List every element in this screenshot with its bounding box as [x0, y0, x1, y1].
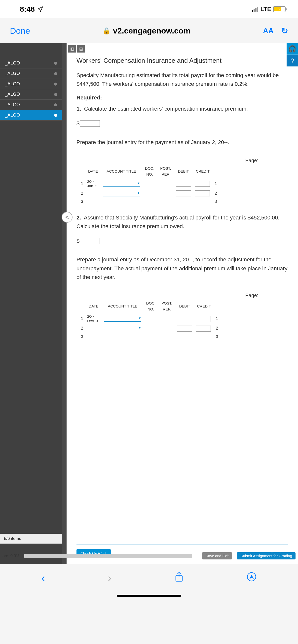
debit-input[interactable] [177, 326, 192, 332]
acct-title-input[interactable] [104, 326, 141, 331]
th-credit: CREDIT [194, 299, 214, 313]
status-dot-icon [54, 62, 57, 65]
th-postref: POST. REF. [159, 299, 175, 313]
debit-input[interactable] [176, 190, 191, 196]
acct-title-input[interactable] [103, 181, 140, 187]
prep2-text: Prepare a journal entry as of December 3… [76, 255, 288, 282]
dollar-label: $ [76, 119, 79, 128]
sidebar: _ALGO _ALGO _ALGO _ALGO _ALGO _ALGO [0, 43, 62, 564]
browser-bar: Done 🔒 v2.cengagenow.com AA ↻ [0, 18, 298, 43]
safari-toolbar: ‹ › [0, 564, 298, 590]
support-button[interactable]: 🎧 [286, 43, 298, 54]
chevron-down-icon[interactable]: ▼ [137, 191, 140, 196]
url-display[interactable]: 🔒 v2.cengagenow.com [38, 26, 255, 36]
network-label: LTE [260, 6, 271, 13]
debit-input[interactable] [177, 316, 192, 322]
q2-text: 2. Assume that Specialty Manufacturing's… [76, 213, 288, 230]
sidebar-label: _ALGO [5, 102, 20, 107]
score-track [24, 554, 192, 558]
chevron-down-icon[interactable]: ▼ [137, 181, 140, 186]
journal-table-2: Page: DATE ACCOUNT TITLE DOC. NO. POST. … [76, 291, 288, 341]
signal-icon [252, 7, 258, 12]
intro-text: Specialty Manufacturing estimated that i… [76, 71, 288, 88]
score-bar: ore: 0.0% Save and Exit Submit Assignmen… [0, 548, 298, 564]
acct-title-input[interactable] [104, 316, 141, 322]
sidebar-label: _ALGO [5, 71, 20, 76]
tool-button-2[interactable]: ▤ [77, 45, 85, 52]
status-dot-icon [54, 72, 57, 75]
save-exit-button[interactable]: Save and Exit [202, 552, 232, 560]
url-text: v2.cengagenow.com [113, 26, 191, 36]
journal-row: 2 ▼ 2 [79, 189, 219, 198]
th-date: DATE [85, 299, 102, 313]
sidebar-item-5[interactable]: _ALGO [0, 110, 62, 120]
app-area: _ALGO _ALGO _ALGO _ALGO _ALGO _ALGO ◧ ▤ … [0, 43, 298, 564]
journal-row: 2 ▼ 2 [79, 324, 220, 332]
status-dot-icon [54, 93, 57, 96]
submit-button[interactable]: Submit Assignment for Grading [237, 552, 295, 560]
q2-answer: $ [76, 236, 288, 245]
status-dot-icon [54, 104, 57, 106]
th-credit: CREDIT [193, 164, 213, 178]
sidebar-item-4[interactable]: _ALGO [0, 100, 62, 110]
tool-button-1[interactable]: ◧ [68, 45, 76, 52]
page-label: Page: [76, 156, 288, 164]
journal-row: 1 20-- Jan. 2 ▼ 1 [79, 178, 219, 189]
help-button[interactable]: ? [286, 55, 298, 66]
status-dot-icon [54, 114, 57, 117]
sidebar-label: _ALGO [5, 60, 20, 66]
credit-input[interactable] [195, 190, 210, 196]
journal-table-1: Page: DATE ACCOUNT TITLE DOC. NO. POST. … [76, 156, 288, 206]
credit-input[interactable] [196, 326, 211, 332]
done-button[interactable]: Done [10, 26, 30, 36]
sidebar-item-1[interactable]: _ALGO [0, 68, 62, 79]
sidebar-label: _ALGO [5, 92, 20, 97]
status-dot-icon [54, 82, 57, 86]
th-acct: ACCOUNT TITLE [101, 164, 142, 178]
acct-title-input[interactable] [103, 191, 140, 196]
journal-row: 3 3 [79, 332, 220, 341]
location-icon [37, 6, 43, 12]
prep1-text: Prepare the journal entry for the paymen… [76, 138, 288, 146]
q1-text: 1. Calculate the estimated workers' comp… [76, 104, 288, 113]
main-content: Workers' Compensation Insurance and Adju… [67, 43, 298, 564]
credit-input[interactable] [196, 316, 211, 322]
help-floaters: 🎧 ? [286, 43, 298, 67]
required-label: Required: [76, 93, 288, 102]
back-button[interactable]: ‹ [42, 572, 45, 584]
th-postref: POST. REF. [157, 164, 174, 178]
th-acct: ACCOUNT TITLE [102, 299, 143, 313]
lock-icon: 🔒 [103, 27, 110, 35]
text-size-button[interactable]: AA [263, 26, 274, 35]
score-label: ore: 0.0% [3, 554, 19, 558]
chevron-down-icon[interactable]: ▼ [138, 326, 141, 330]
sidebar-label: _ALGO [5, 112, 20, 118]
sidebar-item-2[interactable]: _ALGO [0, 79, 62, 89]
page-label: Page: [76, 291, 288, 299]
debit-input[interactable] [176, 181, 191, 187]
page-title: Workers' Compensation Insurance and Adju… [76, 56, 288, 66]
q1-answer: $ [76, 119, 288, 128]
home-indicator[interactable] [117, 595, 181, 597]
status-time: 8:48 [20, 5, 35, 14]
sidebar-label: _ALGO [5, 81, 20, 86]
q1-answer-input[interactable] [80, 120, 100, 127]
battery-icon: ⚡ [273, 6, 285, 12]
th-docno: DOC. NO. [142, 164, 158, 178]
chevron-down-icon[interactable]: ▼ [138, 316, 141, 321]
collapse-sidebar-button[interactable]: < [62, 212, 73, 223]
th-docno: DOC. NO. [143, 299, 159, 313]
th-debit: DEBIT [174, 164, 193, 178]
journal-row: 1 20-- Dec. 31 ▼ 1 [79, 313, 220, 324]
share-button[interactable] [174, 571, 184, 585]
th-date: DATE [85, 164, 101, 178]
reload-button[interactable]: ↻ [281, 26, 288, 36]
date-cell: 20-- Jan. 2 [85, 178, 101, 189]
forward-button[interactable]: › [108, 572, 111, 584]
q2-answer-input[interactable] [80, 238, 100, 244]
sidebar-item-0[interactable]: _ALGO [0, 58, 62, 68]
date-cell: 20-- Dec. 31 [85, 313, 102, 324]
credit-input[interactable] [195, 181, 210, 187]
sidebar-item-3[interactable]: _ALGO [0, 89, 62, 100]
compass-button[interactable] [247, 572, 256, 584]
